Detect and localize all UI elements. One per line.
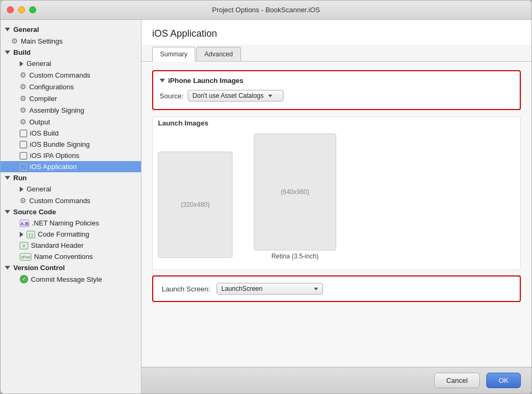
chevron-down-icon xyxy=(160,79,165,82)
bottom-bar: Cancel OK xyxy=(142,367,531,393)
sidebar-item-label: iOS Build xyxy=(30,129,59,137)
sidebar-item-configurations[interactable]: ⚙ Configurations xyxy=(1,81,141,93)
tab-advanced[interactable]: Advanced xyxy=(196,47,240,61)
titlebar: Project Options - BookScanner.iOS xyxy=(1,1,531,20)
thumbnail-box-large[interactable]: (640x960) xyxy=(254,133,336,250)
sidebar-item-label: Configurations xyxy=(29,83,74,91)
dropdown-arrow-icon xyxy=(268,95,272,97)
sidebar-section-run: Run xyxy=(1,172,141,183)
sidebar-item-label: Output xyxy=(29,118,50,126)
main-layout: General ⚙ Main Settings Build General ⚙ … xyxy=(1,20,531,393)
launch-screen-section: Launch Screen: LaunchScreen xyxy=(152,275,521,302)
sidebar-section-label: Source Code xyxy=(13,208,56,216)
sidebar-section-label: Build xyxy=(13,48,31,56)
image-thumbnails: (320x480) (640x960) Retina (3.5-inch) xyxy=(158,133,515,260)
sidebar-item-code-formatting[interactable]: { } Code Formatting xyxy=(1,229,141,240)
content-body: iPhone Launch Images Source: Don't use A… xyxy=(142,62,531,367)
chevron-down-icon xyxy=(5,51,10,54)
sidebar-item-custom-commands[interactable]: ⚙ Custom Commands xyxy=(1,69,141,81)
sidebar-item-label: Custom Commands xyxy=(29,197,90,205)
source-label: Source: xyxy=(160,92,184,100)
thumbnail-label: (640x960) xyxy=(280,188,309,196)
sidebar-item-label: Custom Commands xyxy=(29,71,90,79)
sidebar-item-build-general[interactable]: General xyxy=(1,58,141,69)
sidebar-item-label: .NET Naming Policies xyxy=(32,219,99,227)
code-icon: // xyxy=(20,242,28,249)
iphone-launch-images-section: iPhone Launch Images Source: Don't use A… xyxy=(152,70,521,110)
device-icon xyxy=(20,163,27,171)
sidebar-item-label: Standard Header xyxy=(31,241,84,249)
dropdown-arrow-icon xyxy=(314,288,318,290)
section-header: iPhone Launch Images xyxy=(160,77,513,85)
sidebar-item-name-conventions[interactable]: 1Foo Name Conventions xyxy=(1,251,141,262)
source-row: Source: Don't use Asset Catalogs xyxy=(160,90,513,102)
tab-summary[interactable]: Summary xyxy=(152,47,195,62)
sidebar-section-general: General xyxy=(1,24,141,35)
tabs-bar: Summary Advanced xyxy=(142,45,531,62)
chevron-down-icon xyxy=(5,176,10,180)
iphone-launch-images-title: iPhone Launch Images xyxy=(168,77,244,85)
device-icon xyxy=(20,141,27,148)
source-dropdown[interactable]: Don't use Asset Catalogs xyxy=(188,90,284,102)
sidebar-item-main-settings[interactable]: ⚙ Main Settings xyxy=(1,35,141,47)
minimize-button[interactable] xyxy=(18,6,25,13)
code-icon: { } xyxy=(27,231,35,238)
sidebar-item-label: Commit Message Style xyxy=(31,275,102,283)
gear-icon: ⚙ xyxy=(20,82,27,91)
arrow-right-icon xyxy=(20,232,23,237)
maximize-button[interactable] xyxy=(29,6,36,13)
window-title: Project Options - BookScanner.iOS xyxy=(212,6,320,14)
ifoo-icon: 1Foo xyxy=(20,253,31,261)
sidebar-item-ios-ipa-options[interactable]: iOS IPA Options xyxy=(1,150,141,161)
sidebar-item-assembly-signing[interactable]: ⚙ Assembly Signing xyxy=(1,104,141,116)
sidebar-item-label: iOS Application xyxy=(30,163,77,171)
gear-icon: ⚙ xyxy=(20,106,27,114)
content-area: iOS Application Summary Advanced xyxy=(142,20,531,393)
gear-icon: ⚙ xyxy=(20,196,27,205)
sidebar-item-label: Compiler xyxy=(29,95,57,103)
sidebar-item-label: Name Conventions xyxy=(34,253,93,261)
sidebar-item-output[interactable]: ⚙ Output xyxy=(1,116,141,128)
thumbnail-item-large: (640x960) Retina (3.5-inch) xyxy=(254,133,336,260)
cancel-button[interactable]: Cancel xyxy=(434,373,480,388)
sidebar-item-ios-build[interactable]: iOS Build xyxy=(1,128,141,139)
sidebar-item-run-custom-commands[interactable]: ⚙ Custom Commands xyxy=(1,195,141,206)
sidebar-section-label: General xyxy=(13,26,39,33)
sidebar-item-label: iOS IPA Options xyxy=(30,152,79,160)
thumbnail-item-small: (320x480) xyxy=(158,152,232,260)
ok-button[interactable]: OK xyxy=(486,373,521,388)
arrow-right-icon xyxy=(20,187,23,192)
launch-screen-dropdown[interactable]: LaunchScreen xyxy=(217,283,323,295)
sidebar-item-label: General xyxy=(27,60,51,68)
sidebar-section-label: Version Control xyxy=(13,264,65,272)
gear-icon: ⚙ xyxy=(11,37,18,45)
thumbnail-box-small[interactable]: (320x480) xyxy=(158,152,232,258)
traffic-lights xyxy=(7,6,36,13)
launch-images-label: Launch Images xyxy=(158,119,515,127)
content-header: iOS Application xyxy=(142,20,531,45)
sidebar-item-ios-application[interactable]: iOS Application xyxy=(1,161,141,172)
page-title: iOS Application xyxy=(152,28,217,39)
gear-icon: ⚙ xyxy=(20,71,27,79)
sidebar: General ⚙ Main Settings Build General ⚙ … xyxy=(1,20,142,393)
chevron-down-icon xyxy=(5,266,10,270)
sidebar-item-ios-bundle-signing[interactable]: iOS Bundle Signing xyxy=(1,139,141,150)
launch-images-panel: Launch Images (320x480) (640x960) xyxy=(152,116,521,270)
main-window: Project Options - BookScanner.iOS Genera… xyxy=(0,0,532,394)
sidebar-item-run-general[interactable]: General xyxy=(1,183,141,195)
sidebar-item-standard-header[interactable]: // Standard Header xyxy=(1,240,141,251)
gear-icon: ⚙ xyxy=(20,118,27,126)
chevron-down-icon xyxy=(5,28,10,31)
sidebar-item-label: General xyxy=(27,185,51,193)
sidebar-item-naming-policies[interactable]: A.B .NET Naming Policies xyxy=(1,217,141,229)
ab-icon: A.B xyxy=(20,220,29,227)
sidebar-item-label: Main Settings xyxy=(21,37,63,45)
sidebar-item-commit-message-style[interactable]: ✓ Commit Message Style xyxy=(1,273,141,285)
sidebar-item-compiler[interactable]: ⚙ Compiler xyxy=(1,93,141,104)
launch-screen-label: Launch Screen: xyxy=(162,285,210,293)
sidebar-section-label: Run xyxy=(13,174,27,182)
check-circle-icon: ✓ xyxy=(20,275,28,283)
close-button[interactable] xyxy=(7,6,14,13)
gear-icon: ⚙ xyxy=(20,94,27,103)
arrow-right-icon xyxy=(20,61,23,66)
